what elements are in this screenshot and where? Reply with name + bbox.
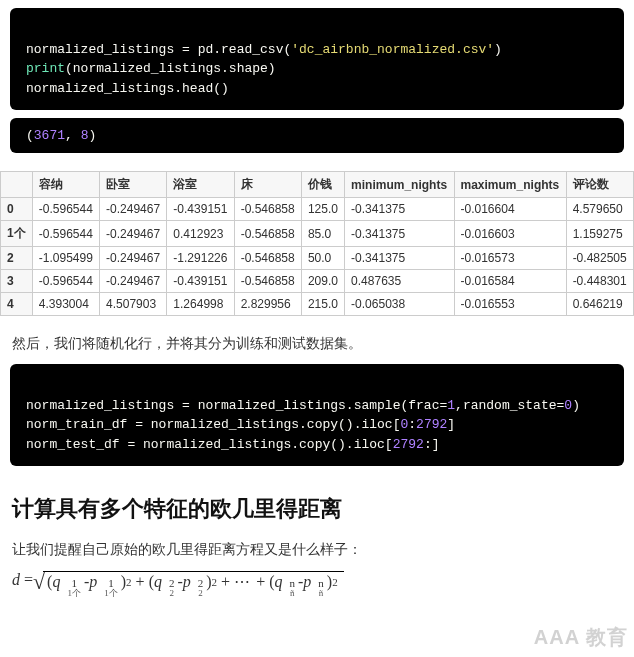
code-builtin: print — [26, 61, 65, 76]
table-cell: -0.341375 — [345, 221, 454, 247]
dataframe-table-wrap: 容纳卧室浴室床价钱minimum_nightsmaximum_nights评论数… — [0, 171, 634, 316]
table-cell: 0.487635 — [345, 270, 454, 293]
table-cell: -0.249467 — [100, 198, 167, 221]
table-row: 3-0.596544-0.249467-0.439151-0.546858209… — [1, 270, 634, 293]
table-cell: -0.249467 — [100, 247, 167, 270]
code-text: ) — [572, 398, 580, 413]
table-row-index: 3 — [1, 270, 33, 293]
table-index-header — [1, 172, 33, 198]
table-row-index: 2 — [1, 247, 33, 270]
code-text: : — [408, 417, 416, 432]
output-num: 3671 — [34, 128, 65, 143]
table-cell: 50.0 — [301, 247, 344, 270]
table-cell: -0.546858 — [234, 221, 301, 247]
table-cell: 4.393004 — [32, 293, 99, 316]
table-cell: 0.412923 — [167, 221, 234, 247]
table-cell: -0.546858 — [234, 270, 301, 293]
table-cell: 4.507903 — [100, 293, 167, 316]
table-cell: -0.249467 — [100, 270, 167, 293]
code-text: :] — [424, 437, 440, 452]
prose-text: 让我们提醒自己原始的欧几里得距离方程又是什么样子： — [12, 538, 622, 560]
table-col-header: minimum_nights — [345, 172, 454, 198]
comma: , — [65, 128, 81, 143]
table-cell: -0.546858 — [234, 247, 301, 270]
table-cell: 2.829956 — [234, 293, 301, 316]
dataframe-table: 容纳卧室浴室床价钱minimum_nightsmaximum_nights评论数… — [0, 171, 634, 316]
code-number: 1 — [447, 398, 455, 413]
table-cell: 0.646219 — [566, 293, 633, 316]
code-text: normalized_listings = pd.read_csv( — [26, 42, 291, 57]
table-row: 2-1.095499-0.249467-1.291226-0.54685850.… — [1, 247, 634, 270]
table-cell: -0.016573 — [454, 247, 566, 270]
table-cell: 209.0 — [301, 270, 344, 293]
table-cell: -0.341375 — [345, 247, 454, 270]
table-cell: -0.546858 — [234, 198, 301, 221]
table-cell: 85.0 — [301, 221, 344, 247]
table-cell: 125.0 — [301, 198, 344, 221]
table-cell: -1.291226 — [167, 247, 234, 270]
distance-formula: d = √ (q11个 - p11个) 2 + (q22 - p22) 2 + … — [12, 571, 622, 593]
table-row: 0-0.596544-0.249467-0.439151-0.546858125… — [1, 198, 634, 221]
table-cell: -0.016584 — [454, 270, 566, 293]
table-cell: 1.264998 — [167, 293, 234, 316]
table-row-index: 1个 — [1, 221, 33, 247]
code-block-1: normalized_listings = pd.read_csv('dc_ai… — [10, 8, 624, 110]
table-col-header: 价钱 — [301, 172, 344, 198]
table-col-header: 卧室 — [100, 172, 167, 198]
table-col-header: maximum_nights — [454, 172, 566, 198]
table-col-header: 评论数 — [566, 172, 633, 198]
table-cell: -0.596544 — [32, 270, 99, 293]
table-cell: -0.065038 — [345, 293, 454, 316]
paren-open: ( — [26, 128, 34, 143]
code-text: ] — [447, 417, 455, 432]
table-cell: -0.249467 — [100, 221, 167, 247]
formula-var-d: d — [12, 571, 24, 589]
table-col-header: 床 — [234, 172, 301, 198]
code-text: (normalized_listings.shape) — [65, 61, 276, 76]
code-number: 2792 — [393, 437, 424, 452]
table-cell: -0.482505 — [566, 247, 633, 270]
prose-text: 然后，我们将随机化行，并将其分为训练和测试数据集。 — [12, 332, 622, 354]
table-cell: 215.0 — [301, 293, 344, 316]
table-col-header: 浴室 — [167, 172, 234, 198]
table-row-index: 4 — [1, 293, 33, 316]
table-cell: -0.341375 — [345, 198, 454, 221]
table-cell: -1.095499 — [32, 247, 99, 270]
code-text: normalized_listings = normalized_listing… — [26, 398, 447, 413]
table-cell: 4.579650 — [566, 198, 633, 221]
formula-eq: = — [24, 571, 33, 589]
table-col-header: 容纳 — [32, 172, 99, 198]
code-number: 0 — [564, 398, 572, 413]
table-cell: -0.439151 — [167, 270, 234, 293]
table-row-index: 0 — [1, 198, 33, 221]
table-cell: -0.016604 — [454, 198, 566, 221]
table-cell: -0.448301 — [566, 270, 633, 293]
output-block: (3671, 8) — [10, 118, 624, 153]
code-block-2: normalized_listings = normalized_listing… — [10, 364, 624, 466]
section-heading: 计算具有多个特征的欧几里得距离 — [12, 494, 622, 524]
table-cell: 1.159275 — [566, 221, 633, 247]
code-text: ,random_state= — [455, 398, 564, 413]
code-number: 2792 — [416, 417, 447, 432]
code-text: norm_test_df = normalized_listings.copy(… — [26, 437, 393, 452]
code-text: norm_train_df = normalized_listings.copy… — [26, 417, 400, 432]
table-cell: -0.016603 — [454, 221, 566, 247]
code-string: 'dc_airbnb_normalized.csv' — [291, 42, 494, 57]
table-row: 44.3930044.5079031.2649982.829956215.0-0… — [1, 293, 634, 316]
table-cell: -0.596544 — [32, 221, 99, 247]
table-cell: -0.439151 — [167, 198, 234, 221]
table-cell: -0.596544 — [32, 198, 99, 221]
code-text: ) — [494, 42, 502, 57]
paren-close: ) — [88, 128, 96, 143]
radicand: (q11个 - p11个) 2 + (q22 - p22) 2 + ⋯ + (q… — [43, 571, 344, 592]
code-text: normalized_listings.head() — [26, 81, 229, 96]
table-row: 1个-0.596544-0.2494670.412923-0.54685885.… — [1, 221, 634, 247]
table-cell: -0.016553 — [454, 293, 566, 316]
